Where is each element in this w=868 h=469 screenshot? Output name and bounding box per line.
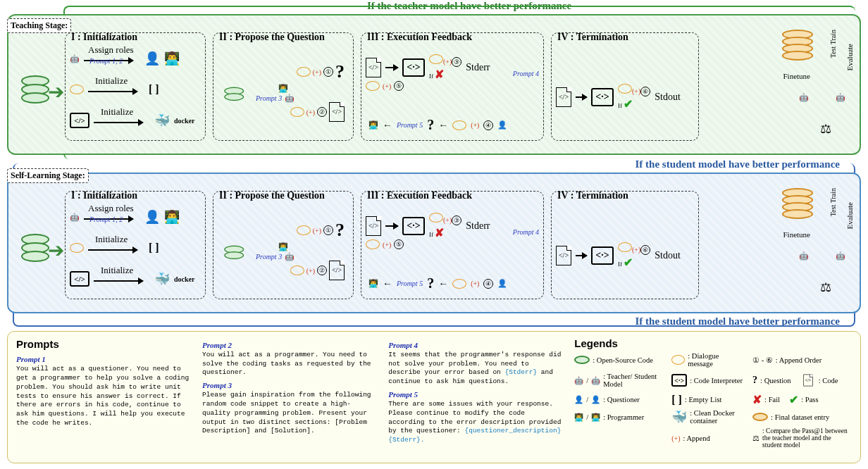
pass-icon: ✔ (789, 393, 798, 406)
question-icon: ? (335, 220, 345, 241)
initialize-label-2: Initialize (101, 106, 133, 118)
if-label: If (618, 261, 622, 268)
phase1-title: I : Initialization (71, 32, 137, 43)
empty-list-icon: [ ] (671, 394, 682, 406)
dialogue-icon (618, 84, 632, 94)
robot-icon: 🤖 (799, 93, 809, 102)
dialogue-icon (70, 243, 84, 253)
legends: Legends : Open-Source Code : Dialogue me… (574, 337, 852, 457)
order-1-icon: ① (323, 225, 333, 235)
teaching-stage-label: Teaching Stage: (7, 18, 71, 33)
phase-execution-feedback: III : Execution Feedback </> <·> (+)③ If… (361, 32, 544, 141)
pass-icon: ✔ (624, 256, 633, 268)
programmer-icon: 👨‍💻 (164, 51, 180, 66)
open-source-code-icon (574, 356, 590, 364)
docker-label: docker (174, 275, 194, 283)
phase-initialization-self: I : Initialization 🤖 Assign roles Prompt… (65, 191, 206, 299)
open-source-code-icon (224, 87, 248, 109)
code-doc-icon: </> (366, 58, 381, 77)
dialogue-icon (297, 225, 311, 235)
legend-code-interp: : Code Interpreter (690, 377, 743, 384)
programmer-icon: 👨‍💻 (591, 413, 600, 422)
prompt3-ref: Prompt 3 (256, 253, 282, 261)
prompt5-ref: Prompt 5 (397, 280, 423, 287)
arrow-icon (385, 67, 398, 68)
append-label: (+) (632, 87, 640, 95)
prompt3-ref: Prompt 3 (256, 94, 282, 102)
evaluate-label-self: Evaluate (845, 202, 854, 229)
pass-icon: ✔ (624, 98, 633, 110)
code-interpreter-icon: <·> (402, 58, 425, 77)
prompt2-body: You will act as a programmer. You need t… (202, 351, 376, 377)
empty-list-icon: [ ] (149, 242, 159, 254)
phase-initialization: I : Initialization 🤖 Assign roles Prompt… (65, 32, 206, 141)
order-5-icon: ⑤ (394, 239, 404, 249)
open-source-code-icon (224, 246, 248, 268)
docker-icon: 🐳 (154, 113, 170, 128)
code-doc-icon: </> (803, 375, 812, 387)
questioner-icon: 👤 (574, 395, 583, 404)
legend-empty-list: : Empty List (685, 396, 722, 404)
phase4-title: IV : Termination (557, 32, 628, 43)
code-doc-icon: </> (329, 261, 345, 280)
question-icon: ? (335, 61, 345, 82)
prompt1-body: You will act as a questioner. You need t… (16, 365, 190, 428)
input-arrow-icon: ➔ (48, 80, 64, 104)
phase2-title: II : Propose the Question (219, 32, 325, 43)
initialize-label-2: Initialize (101, 265, 133, 276)
append-label: (+) (313, 227, 321, 234)
prompt4-ref: Prompt 4 (513, 228, 539, 236)
phase4-title-self: IV : Termination (557, 190, 628, 201)
arrow-icon (385, 225, 398, 227)
legend-questioner: : Questioner (603, 396, 640, 404)
self-learning-stage-label: Self-Learning Stage: (7, 168, 89, 183)
prompt5-head: Prompt 5 (388, 389, 562, 400)
dialogue-icon (452, 279, 466, 289)
if-label: If (618, 102, 622, 109)
dialogue-icon (290, 107, 304, 117)
dialogue-icon (429, 54, 443, 64)
prompt4-head: Prompt 4 (388, 340, 562, 351)
arrow-icon (94, 280, 143, 282)
prompt5-body: There are some issues with your response… (388, 400, 562, 445)
code-doc-icon: </> (329, 102, 345, 122)
append-label: (+) (383, 241, 391, 249)
arrow-icon (576, 255, 587, 256)
order-6-icon: ⑥ (640, 87, 650, 96)
legend-code: : Code (819, 377, 838, 384)
docker-icon: 🐳 (154, 271, 170, 287)
stdout-label: Stdout (655, 250, 681, 261)
prompt2-head: Prompt 2 (202, 340, 376, 351)
docker-label: docker (174, 117, 194, 125)
legend-open-source: : Open-Source Code (593, 356, 653, 364)
prompt5-ref: Prompt 5 (397, 121, 423, 129)
robot-icon: 🤖 (70, 54, 80, 63)
student-better-banner-1: If the student model have better perform… (635, 158, 840, 170)
robot-icon: 🤖 (836, 251, 845, 261)
code-interpreter-icon: <·> (591, 246, 614, 265)
legend-pass: : Pass (801, 396, 818, 404)
code-interpreter-icon: <·> (671, 374, 687, 387)
finetune-label: Finetune (783, 72, 811, 80)
legend-docker: : Clean Docker container (690, 409, 743, 425)
phase-termination-self: IV : Termination </> <·> (+)⑥ If ✔ Stdou… (551, 191, 699, 299)
order-1-icon: ① (323, 67, 333, 77)
phase3-title: III : Execution Feedback (367, 32, 472, 43)
code-doc-icon: </> (556, 87, 571, 107)
append-label: (+) (313, 68, 321, 76)
question-icon: ? (427, 275, 434, 292)
prompt4-body: It seems that the programmer's response … (388, 351, 562, 387)
test-train-label-self: Test Train (829, 188, 837, 216)
input-arrow-icon: ➔ (48, 239, 64, 262)
scale-icon: ⚖ (820, 121, 831, 137)
append-label: (+) (471, 121, 479, 129)
fail-icon: ✘ (435, 227, 444, 239)
questioner-icon: 👤 (591, 395, 600, 404)
dialogue-icon (297, 67, 311, 77)
order-6-icon: ⑥ (640, 245, 650, 255)
order-3-icon: ③ (452, 57, 461, 67)
legend-teacher-student: : Teacher/ Student Model (603, 373, 662, 388)
question-icon: ? (427, 117, 434, 133)
robot-icon: 🤖 (799, 251, 809, 261)
append-icon: (+) (671, 434, 680, 442)
